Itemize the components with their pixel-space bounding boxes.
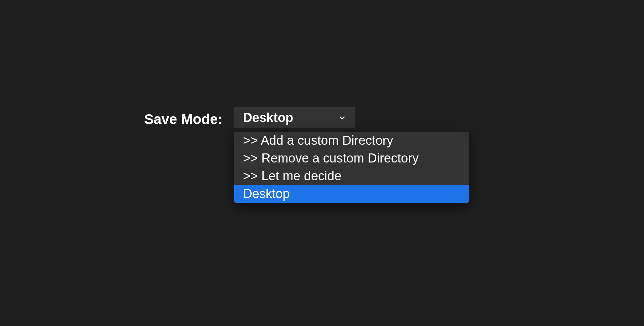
dropdown-option-add-directory[interactable]: >> Add a custom Directory [234,132,469,149]
dropdown-option-let-me-decide[interactable]: >> Let me decide [234,167,469,185]
dropdown-list: >> Add a custom Directory >> Remove a cu… [234,132,469,203]
chevron-down-icon [338,114,346,122]
dropdown-trigger[interactable]: Desktop [234,107,355,128]
dropdown-option-desktop[interactable]: Desktop [234,185,469,203]
dropdown-selected-value: Desktop [243,111,293,125]
dropdown-option-remove-directory[interactable]: >> Remove a custom Directory [234,149,469,167]
save-mode-label: Save Mode: [144,111,222,127]
save-mode-dropdown: Desktop >> Add a custom Directory >> Rem… [234,107,355,128]
save-mode-setting: Save Mode: Desktop >> Add a custom Direc… [144,107,355,128]
